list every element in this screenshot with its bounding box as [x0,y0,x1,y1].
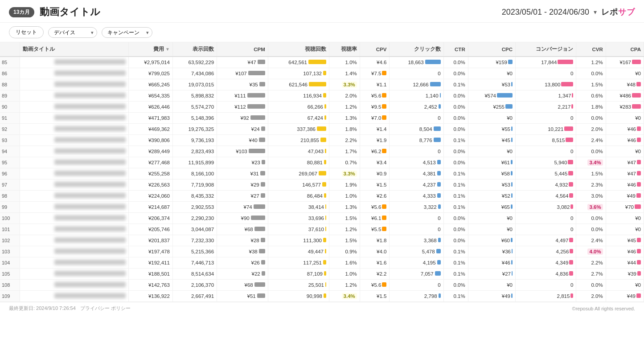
cell-cpc: ¥0 [468,68,515,79]
cell-ctr: 0.0% [443,235,468,246]
privacy-policy-link[interactable]: プライバシー ポリシー [80,305,131,312]
cell-cpc: ¥60 [468,235,515,246]
app-container: 13カ月 動画タイトル 2023/05/01 - 2024/06/30 ▾ レポ… [0,0,644,314]
table-body: 85¥2,975,01463,592,229¥47642,5611.0%¥4.6… [0,57,644,302]
cell-cpv: ¥5.5 [360,224,390,235]
table-row: 102¥201,8377,232,330¥28111,3001.5%¥1.83,… [0,235,644,246]
cell-cpa: ¥48 [606,79,644,90]
cell-vtr: 0.9% [329,246,360,257]
table-row: 100¥206,3742,290,230¥9033,6961.5%¥6.100.… [0,213,644,224]
cell-ctr: 0.1% [443,79,468,90]
cell-clicks: 18,663 [390,57,443,68]
footer-left: 最終更新日: 2024/9/10 7:26:54 プライバシー ポリシー [9,305,131,312]
col-header-cpm[interactable]: CPM [217,42,268,57]
row-number: 96 [0,168,20,179]
cell-cpm: ¥29 [217,179,268,191]
cell-cost: ¥224,060 [128,191,172,202]
col-header-cvr[interactable]: CVR [576,42,606,57]
cell-ctr: 0.1% [443,179,468,191]
cell-ctr: 0.0% [443,68,468,79]
cell-cpv: ¥5.6 [360,90,390,102]
cell-vtr: 3.4% [329,291,360,302]
cell-cpm: ¥23 [217,157,268,168]
col-header-cpc[interactable]: CPC [468,42,515,57]
cell-clicks: 8,504 [390,124,443,135]
cell-cpa: ¥46 [606,135,644,146]
cell-views: 33,696 [268,213,329,224]
cell-conv: 10,221 [515,124,576,135]
cell-ctr: 0.0% [443,57,468,68]
logo: レポサブ [601,7,635,17]
cell-cpa: ¥46 [606,246,644,257]
cell-clicks: 4,381 [390,168,443,179]
cell-clicks: 2,798 [390,291,443,302]
device-select-wrapper: デバイス [48,27,97,38]
cell-conv: 5,445 [515,168,576,179]
cell-cpv: ¥9.5 [360,102,390,113]
cell-conv: 2,815 [515,291,576,302]
cell-vtr: 1.0% [329,269,360,280]
cell-title [20,68,128,79]
cell-impressions: 7,434,086 [172,68,217,79]
header: 13カ月 動画タイトル 2023/05/01 - 2024/06/30 ▾ レポ… [0,0,644,23]
col-header-clicks[interactable]: クリック数 [390,42,443,57]
cell-views: 37,610 [268,224,329,235]
last-updated: 最終更新日: 2024/9/10 7:26:54 [9,305,76,312]
campaign-select[interactable]: キャンペーン [102,27,152,38]
cell-cost: ¥201,837 [128,235,172,246]
reset-button[interactable]: リセット [9,26,44,38]
cell-clicks: 8,776 [390,135,443,146]
cell-clicks: 0 [390,146,443,157]
cell-vtr: 1.5% [329,235,360,246]
cell-title [20,269,128,280]
cell-cpm: ¥111 [217,90,268,102]
col-header-title[interactable]: 動画タイトル [20,42,128,57]
cell-cost: ¥136,922 [128,291,172,302]
row-number: 98 [0,191,20,202]
cell-cost: ¥654,335 [128,90,172,102]
cell-title [20,280,128,291]
cell-ctr: 0.0% [443,213,468,224]
col-header-views[interactable]: 視聴回数 [268,42,329,57]
cell-cpm: ¥40 [217,135,268,146]
col-header-cpv[interactable]: CPV [360,42,390,57]
table-row: 109¥136,9222,667,491¥5190,9983.4%¥1.52,7… [0,291,644,302]
col-header-vtr[interactable]: 視聴率 [329,42,360,57]
device-select[interactable]: デバイス [48,27,97,38]
cell-title [20,57,128,68]
cell-cpc: ¥46 [468,257,515,269]
date-range: 2023/05/01 - 2024/06/30 [502,8,589,17]
table-row: 91¥471,9835,148,396¥9267,4241.3%¥7.000.0… [0,113,644,124]
cell-clicks: 1,140 [390,90,443,102]
cell-clicks: 4,333 [390,191,443,202]
cell-cost: ¥192,411 [128,257,172,269]
cell-title [20,179,128,191]
cell-conv: 4,256 [515,246,576,257]
cell-cpv: ¥4.0 [360,246,390,257]
cell-ctr: 0.1% [443,269,468,280]
col-header-cpa[interactable]: CPA [606,42,644,57]
data-table: 動画タイトル 費用 ▼ 表示回数 CPM 視聴回数 視聴率 CPV クリック数 … [0,42,644,302]
col-header-ctr[interactable]: CTR [443,42,468,57]
cell-cvr: 1.8% [576,102,606,113]
table-row: 93¥390,8069,736,193¥40210,8552.2%¥1.98,7… [0,135,644,146]
date-dropdown-icon[interactable]: ▾ [594,8,597,16]
cell-cost: ¥206,374 [128,213,172,224]
cell-cvr: 2.3% [576,179,606,191]
cell-cost: ¥390,806 [128,135,172,146]
table-row: 94¥289,4492,823,493¥10347,0431.7%¥6.200.… [0,146,644,157]
copyright: ©reposub All rights reserved. [572,306,635,311]
col-header-impressions[interactable]: 表示回数 [172,42,217,57]
table-row: 105¥188,5018,514,634¥2287,1091.0%¥2.27,0… [0,269,644,280]
cell-title [20,213,128,224]
col-header-cost[interactable]: 費用 ▼ [128,42,172,57]
filters-bar: リセット デバイス キャンペーン [0,23,644,42]
cell-cpv: ¥0.9 [360,168,390,179]
col-header-conv[interactable]: コンバージョン [515,42,576,57]
cell-title [20,146,128,157]
cell-cpa: ¥0 [606,213,644,224]
cell-cpv: ¥1.5 [360,291,390,302]
cell-views: 38,414 [268,202,329,213]
cell-vtr: 1.3% [329,202,360,213]
cell-conv: 0 [515,213,576,224]
